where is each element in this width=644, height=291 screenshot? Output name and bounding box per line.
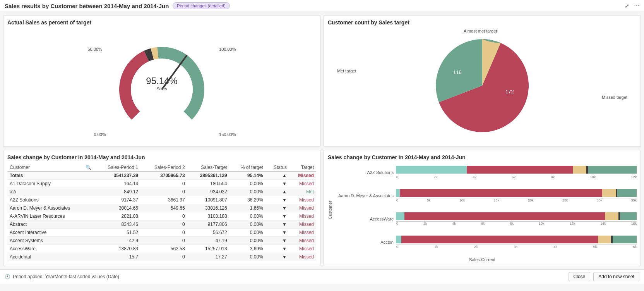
clock-icon: 🕘: [5, 274, 10, 279]
gauge-tick-50: 50.00%: [87, 47, 102, 52]
table-row[interactable]: Abstract8343.4609177.8060.00%Missed: [7, 220, 316, 229]
triangle-down-icon: [282, 254, 287, 260]
bar-segment: [396, 212, 404, 220]
bar-axis: 05k10k15k20k25k30k35k: [396, 198, 637, 202]
page-title: Sales results by Customer between 2014-M…: [5, 3, 169, 9]
col-status[interactable]: Status: [265, 164, 289, 172]
table-header-row: Customer🔍 Sales-Period 1 Sales-Period 2 …: [7, 164, 316, 172]
triangle-down-icon: [282, 214, 287, 219]
triangle-down-icon: [282, 205, 287, 211]
gauge-panel[interactable]: Actual Sales as percent of target 95.14%: [3, 15, 320, 147]
bar-segment: [602, 189, 616, 197]
table-row[interactable]: Aaron D. Meyer & Associates30014.66549.6…: [7, 204, 316, 212]
pie-label-missed: Missed target: [602, 95, 627, 100]
bar-segment: [396, 166, 467, 174]
totals-row: Totals3541237.393705965.733895361.12995.…: [7, 172, 316, 180]
header-bar: Sales results by Customer between 2014-M…: [0, 0, 644, 12]
pie-label-met: Met target: [337, 69, 356, 73]
triangle-down-icon: [282, 197, 287, 203]
header-actions: ⤢ ⋯: [625, 3, 639, 9]
col-pct[interactable]: % of target: [230, 164, 265, 172]
gauge-tick-0: 0.00%: [94, 132, 106, 137]
bar-segment: [396, 236, 401, 243]
triangle-down-icon: [282, 246, 287, 251]
table-panel[interactable]: Sales change by Customer in 2014-May and…: [3, 150, 320, 266]
pie-labels: Almost met target Met target Missed targ…: [328, 29, 637, 143]
bar-segment: [613, 236, 637, 243]
triangle-down-icon: [282, 238, 287, 243]
bars-panel[interactable]: Sales change by Customer in 2014-May and…: [324, 150, 641, 266]
triangle-up-icon: [282, 189, 287, 195]
bar-segment: [400, 189, 602, 197]
col-target[interactable]: Sales-Target: [187, 164, 230, 172]
bar-segment: [588, 166, 637, 174]
table-row[interactable]: Accidental15.7017.270.00%Missed: [7, 253, 316, 261]
table-row[interactable]: A1 Datacom Supply164.140180.5540.00%Miss…: [7, 180, 316, 188]
close-button[interactable]: Close: [569, 272, 591, 281]
bar-segment: [605, 212, 618, 220]
footer-value: YearMonth-last sorted values (Date): [45, 274, 119, 279]
gauge-title: Actual Sales as percent of target: [7, 19, 316, 26]
bar-track: 01k2k3k4k5k6k: [396, 236, 637, 249]
bar-label: AccessWare: [334, 217, 396, 221]
bar-segment: [617, 189, 637, 197]
collapse-icon[interactable]: ⤢: [625, 3, 629, 9]
bar-label: A2Z Solutions: [334, 170, 396, 175]
table-title: Sales change by Customer in 2014-May and…: [7, 154, 316, 160]
bars-ylabel: Customer: [328, 201, 332, 219]
bar-axis: 02k4k6k8k10k12k14k16k: [396, 221, 637, 226]
bar-segment: [396, 189, 400, 197]
gauge-chart: 95.14% Sales 50.00% 100.00% 0.00% 150.00…: [7, 29, 316, 143]
footer-bar: 🕘 Period applied: YearMonth-last sorted …: [0, 269, 644, 284]
bar-segment: [467, 166, 573, 174]
bar-track: 05k10k15k20k25k30k35k: [396, 189, 637, 202]
bar-segment: [404, 212, 605, 220]
period-badge[interactable]: Period changes (detailed): [173, 2, 230, 9]
bars-title: Sales change by Customer in 2014-May and…: [328, 154, 637, 160]
table-row[interactable]: AccessWare13870.83562.5815257.9133.69%Mi…: [7, 245, 316, 253]
pie-title: Customer count by Sales target: [328, 19, 637, 26]
triangle-down-icon: [282, 222, 287, 227]
pie-panel[interactable]: Customer count by Sales target 172 116 A…: [324, 15, 641, 147]
col-targetres[interactable]: Target: [289, 164, 316, 172]
bar-row[interactable]: AccessWare02k4k6k8k10k12k14k16k: [334, 212, 637, 226]
table-scroll[interactable]: Customer🔍 Sales-Period 1 Sales-Period 2 …: [7, 164, 316, 262]
bar-segment: [620, 212, 637, 220]
col-period1[interactable]: Sales-Period 1: [94, 164, 140, 172]
col-customer[interactable]: Customer🔍: [7, 164, 94, 172]
bar-segment: [573, 166, 586, 174]
bars-chart: Customer A2Z Solutions02k4k6k8k10k12kAar…: [328, 164, 637, 257]
more-icon[interactable]: ⋯: [634, 3, 639, 9]
footer-label: Period applied:: [13, 274, 44, 279]
gauge-tick-100: 100.00%: [219, 47, 236, 52]
bar-track: 02k4k6k8k10k12k14k16k: [396, 212, 637, 226]
table-row[interactable]: A2Z Solutions9174.373661.9710091.80736.2…: [7, 196, 316, 204]
bars-inner: A2Z Solutions02k4k6k8k10k12kAaron D. Mey…: [334, 164, 637, 257]
sales-table: Customer🔍 Sales-Period 1 Sales-Period 2 …: [7, 164, 316, 261]
gauge-ticks: 50.00% 100.00% 0.00% 150.00%: [7, 29, 316, 143]
triangle-down-icon: [282, 230, 287, 235]
bar-axis: 01k2k3k4k5k6k: [396, 245, 637, 249]
bar-label: Accton: [334, 240, 396, 245]
col-period2[interactable]: Sales-Period 2: [140, 164, 187, 172]
table-row[interactable]: Accent Systems42.9047.190.00%Missed: [7, 237, 316, 245]
pie-chart: 172 116 Almost met target Met target Mis…: [328, 29, 637, 143]
search-icon[interactable]: 🔍: [86, 165, 91, 170]
table-row[interactable]: A-ARVIN Laser Resources2821.0803103.1880…: [7, 212, 316, 220]
bar-axis: 02k4k6k8k10k12k: [396, 175, 637, 179]
bar-segment: [401, 236, 598, 243]
bar-track: 02k4k6k8k10k12k: [396, 166, 637, 179]
dashboard-grid: Actual Sales as percent of target 95.14%: [0, 12, 644, 269]
bars-xlabel: Sales-Current: [328, 257, 637, 262]
table-row[interactable]: Accent Interactive51.52056.6720.00%Misse…: [7, 229, 316, 237]
gauge-tick-150: 150.00%: [219, 132, 236, 137]
bar-row[interactable]: Accton01k2k3k4k5k6k: [334, 236, 637, 249]
add-to-sheet-button[interactable]: Add to new sheet: [593, 272, 639, 281]
bar-segment: [598, 236, 611, 243]
pie-label-almost: Almost met target: [464, 29, 497, 33]
bar-row[interactable]: A2Z Solutions02k4k6k8k10k12k: [334, 166, 637, 179]
triangle-down-icon: [282, 181, 287, 186]
table-row[interactable]: a2i-849.120-934.0320.00%Met: [7, 188, 316, 196]
bar-row[interactable]: Aaron D. Meyer & Associates05k10k15k20k2…: [334, 189, 637, 202]
footer-buttons: Close Add to new sheet: [569, 272, 639, 281]
